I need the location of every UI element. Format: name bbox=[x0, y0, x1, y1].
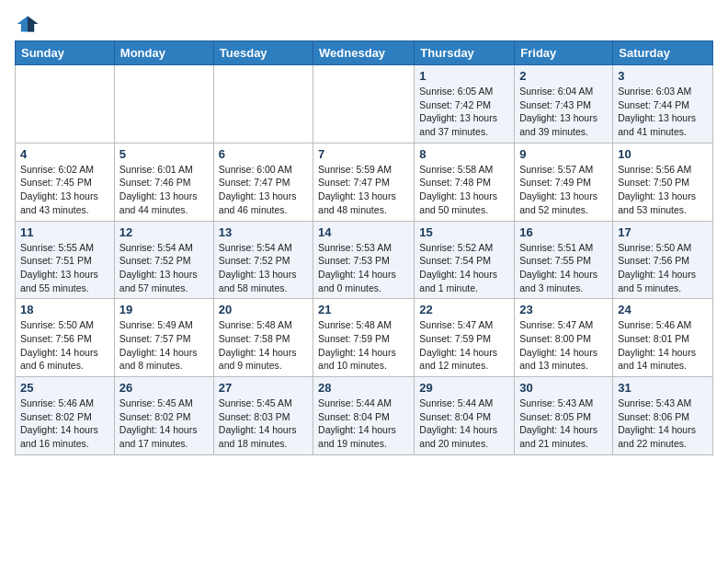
day-number: 7 bbox=[318, 147, 409, 161]
week-row-2: 4Sunrise: 6:02 AM Sunset: 7:45 PM Daylig… bbox=[16, 143, 713, 221]
day-info: Sunrise: 5:44 AM Sunset: 8:04 PM Dayligh… bbox=[419, 396, 509, 451]
day-number: 12 bbox=[119, 225, 209, 239]
day-cell: 29Sunrise: 5:44 AM Sunset: 8:04 PM Dayli… bbox=[415, 377, 515, 455]
day-number: 5 bbox=[119, 147, 209, 161]
day-info: Sunrise: 5:47 AM Sunset: 7:59 PM Dayligh… bbox=[419, 318, 509, 373]
day-number: 1 bbox=[419, 69, 509, 83]
header-tuesday: Tuesday bbox=[213, 41, 313, 65]
day-number: 26 bbox=[119, 381, 209, 395]
calendar-header: SundayMondayTuesdayWednesdayThursdayFrid… bbox=[16, 41, 713, 65]
svg-marker-1 bbox=[28, 16, 38, 31]
header-monday: Monday bbox=[114, 41, 213, 65]
day-info: Sunrise: 5:52 AM Sunset: 7:54 PM Dayligh… bbox=[419, 241, 509, 295]
header-friday: Friday bbox=[515, 41, 613, 65]
day-number: 3 bbox=[618, 69, 708, 83]
day-number: 6 bbox=[219, 147, 308, 161]
day-cell: 23Sunrise: 5:47 AM Sunset: 8:00 PM Dayli… bbox=[515, 299, 613, 377]
day-info: Sunrise: 5:45 AM Sunset: 8:02 PM Dayligh… bbox=[119, 396, 209, 451]
day-cell: 4Sunrise: 6:02 AM Sunset: 7:45 PM Daylig… bbox=[16, 143, 115, 221]
day-cell: 26Sunrise: 5:45 AM Sunset: 8:02 PM Dayli… bbox=[114, 377, 213, 455]
week-row-1: 1Sunrise: 6:05 AM Sunset: 7:42 PM Daylig… bbox=[16, 65, 713, 144]
day-info: Sunrise: 6:05 AM Sunset: 7:42 PM Dayligh… bbox=[419, 85, 509, 139]
day-cell: 7Sunrise: 5:59 AM Sunset: 7:47 PM Daylig… bbox=[313, 143, 415, 221]
week-row-3: 11Sunrise: 5:55 AM Sunset: 7:51 PM Dayli… bbox=[16, 221, 713, 299]
day-cell: 13Sunrise: 5:54 AM Sunset: 7:52 PM Dayli… bbox=[213, 221, 313, 299]
day-number: 23 bbox=[519, 303, 608, 316]
day-info: Sunrise: 6:01 AM Sunset: 7:46 PM Dayligh… bbox=[119, 163, 209, 217]
day-info: Sunrise: 5:49 AM Sunset: 7:57 PM Dayligh… bbox=[119, 318, 209, 373]
day-cell bbox=[213, 65, 313, 144]
day-cell: 27Sunrise: 5:45 AM Sunset: 8:03 PM Dayli… bbox=[213, 377, 313, 455]
day-number: 11 bbox=[20, 225, 109, 239]
day-info: Sunrise: 5:56 AM Sunset: 7:50 PM Dayligh… bbox=[618, 163, 708, 217]
day-number: 31 bbox=[618, 381, 708, 395]
day-cell: 22Sunrise: 5:47 AM Sunset: 7:59 PM Dayli… bbox=[415, 299, 515, 377]
day-number: 19 bbox=[119, 303, 209, 316]
day-info: Sunrise: 5:43 AM Sunset: 8:05 PM Dayligh… bbox=[519, 396, 608, 451]
day-cell bbox=[16, 65, 115, 144]
day-cell: 21Sunrise: 5:48 AM Sunset: 7:59 PM Dayli… bbox=[313, 299, 415, 377]
day-number: 4 bbox=[20, 147, 109, 161]
header-thursday: Thursday bbox=[415, 41, 515, 65]
day-number: 2 bbox=[519, 69, 608, 83]
day-info: Sunrise: 5:48 AM Sunset: 7:59 PM Dayligh… bbox=[318, 318, 409, 373]
day-cell: 9Sunrise: 5:57 AM Sunset: 7:49 PM Daylig… bbox=[515, 143, 613, 221]
day-info: Sunrise: 5:50 AM Sunset: 7:56 PM Dayligh… bbox=[20, 318, 109, 373]
logo bbox=[15, 15, 44, 33]
day-number: 30 bbox=[519, 381, 608, 395]
day-cell: 17Sunrise: 5:50 AM Sunset: 7:56 PM Dayli… bbox=[613, 221, 713, 299]
day-cell bbox=[313, 65, 415, 144]
day-number: 29 bbox=[419, 381, 509, 395]
calendar-table: SundayMondayTuesdayWednesdayThursdayFrid… bbox=[15, 40, 713, 455]
day-info: Sunrise: 5:54 AM Sunset: 7:52 PM Dayligh… bbox=[119, 241, 209, 295]
day-number: 16 bbox=[519, 225, 608, 239]
day-info: Sunrise: 6:02 AM Sunset: 7:45 PM Dayligh… bbox=[20, 163, 109, 217]
day-info: Sunrise: 5:45 AM Sunset: 8:03 PM Dayligh… bbox=[219, 396, 308, 451]
day-number: 21 bbox=[318, 303, 409, 316]
day-info: Sunrise: 5:44 AM Sunset: 8:04 PM Dayligh… bbox=[318, 396, 409, 451]
day-cell: 6Sunrise: 6:00 AM Sunset: 7:47 PM Daylig… bbox=[213, 143, 313, 221]
day-cell: 1Sunrise: 6:05 AM Sunset: 7:42 PM Daylig… bbox=[415, 65, 515, 144]
day-cell: 24Sunrise: 5:46 AM Sunset: 8:01 PM Dayli… bbox=[613, 299, 713, 377]
day-info: Sunrise: 5:48 AM Sunset: 7:58 PM Dayligh… bbox=[219, 318, 308, 373]
day-number: 17 bbox=[618, 225, 708, 239]
day-info: Sunrise: 5:50 AM Sunset: 7:56 PM Dayligh… bbox=[618, 241, 708, 295]
day-info: Sunrise: 5:47 AM Sunset: 8:00 PM Dayligh… bbox=[519, 318, 608, 373]
day-cell: 18Sunrise: 5:50 AM Sunset: 7:56 PM Dayli… bbox=[16, 299, 115, 377]
day-cell: 5Sunrise: 6:01 AM Sunset: 7:46 PM Daylig… bbox=[114, 143, 213, 221]
day-cell: 2Sunrise: 6:04 AM Sunset: 7:43 PM Daylig… bbox=[515, 65, 613, 144]
day-number: 10 bbox=[618, 147, 708, 161]
day-info: Sunrise: 5:55 AM Sunset: 7:51 PM Dayligh… bbox=[20, 241, 109, 295]
day-cell: 19Sunrise: 5:49 AM Sunset: 7:57 PM Dayli… bbox=[114, 299, 213, 377]
day-number: 8 bbox=[419, 147, 509, 161]
day-info: Sunrise: 5:54 AM Sunset: 7:52 PM Dayligh… bbox=[219, 241, 308, 295]
day-info: Sunrise: 5:59 AM Sunset: 7:47 PM Dayligh… bbox=[318, 163, 409, 217]
day-cell bbox=[114, 65, 213, 144]
day-number: 15 bbox=[419, 225, 509, 239]
day-cell: 3Sunrise: 6:03 AM Sunset: 7:44 PM Daylig… bbox=[613, 65, 713, 144]
day-info: Sunrise: 5:51 AM Sunset: 7:55 PM Dayligh… bbox=[519, 241, 608, 295]
page-header bbox=[15, 15, 713, 33]
day-cell: 28Sunrise: 5:44 AM Sunset: 8:04 PM Dayli… bbox=[313, 377, 415, 455]
day-number: 22 bbox=[419, 303, 509, 316]
day-number: 27 bbox=[219, 381, 308, 395]
day-info: Sunrise: 5:53 AM Sunset: 7:53 PM Dayligh… bbox=[318, 241, 409, 295]
day-cell: 30Sunrise: 5:43 AM Sunset: 8:05 PM Dayli… bbox=[515, 377, 613, 455]
day-number: 9 bbox=[519, 147, 608, 161]
day-cell: 8Sunrise: 5:58 AM Sunset: 7:48 PM Daylig… bbox=[415, 143, 515, 221]
day-number: 28 bbox=[318, 381, 409, 395]
day-info: Sunrise: 5:43 AM Sunset: 8:06 PM Dayligh… bbox=[618, 396, 708, 451]
day-info: Sunrise: 5:58 AM Sunset: 7:48 PM Dayligh… bbox=[419, 163, 509, 217]
day-number: 24 bbox=[618, 303, 708, 316]
day-cell: 31Sunrise: 5:43 AM Sunset: 8:06 PM Dayli… bbox=[613, 377, 713, 455]
header-wednesday: Wednesday bbox=[313, 41, 415, 65]
day-number: 14 bbox=[318, 225, 409, 239]
day-cell: 25Sunrise: 5:46 AM Sunset: 8:02 PM Dayli… bbox=[16, 377, 115, 455]
day-number: 13 bbox=[219, 225, 308, 239]
day-info: Sunrise: 6:04 AM Sunset: 7:43 PM Dayligh… bbox=[519, 85, 608, 139]
day-info: Sunrise: 6:00 AM Sunset: 7:47 PM Dayligh… bbox=[219, 163, 308, 217]
day-cell: 12Sunrise: 5:54 AM Sunset: 7:52 PM Dayli… bbox=[114, 221, 213, 299]
day-cell: 11Sunrise: 5:55 AM Sunset: 7:51 PM Dayli… bbox=[16, 221, 115, 299]
week-row-4: 18Sunrise: 5:50 AM Sunset: 7:56 PM Dayli… bbox=[16, 299, 713, 377]
logo-icon bbox=[15, 15, 40, 33]
